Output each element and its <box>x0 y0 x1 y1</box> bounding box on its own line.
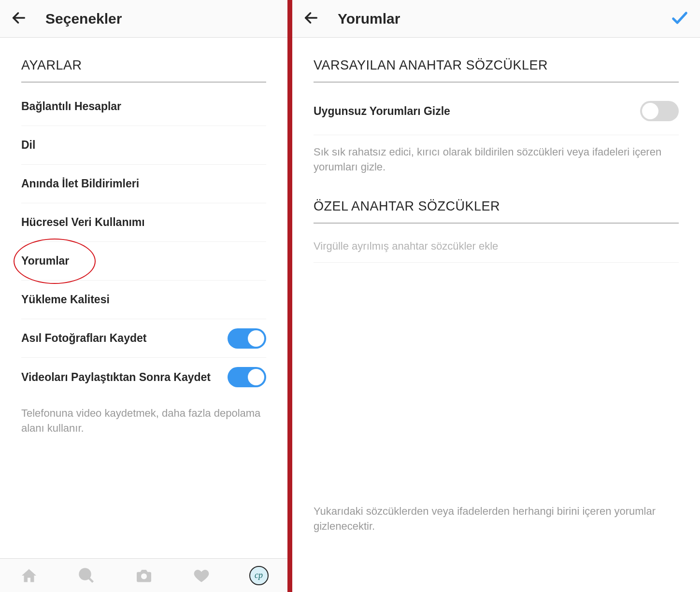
comments-screen: Yorumlar VARSAYILAN ANAHTAR SÖZCÜKLER Uy… <box>292 0 700 592</box>
item-save-videos-after-posting[interactable]: Videoları Paylaştıktan Sonra Kaydet <box>21 358 266 396</box>
item-label: Uygunsuz Yorumları Gizle <box>314 105 640 118</box>
toggle-hide-inappropriate[interactable] <box>640 101 679 121</box>
divider <box>314 223 679 224</box>
divider <box>314 82 679 83</box>
storage-description: Telefonuna video kaydetmek, daha fazla d… <box>21 406 266 436</box>
home-icon[interactable] <box>19 566 39 585</box>
comments-content: VARSAYILAN ANAHTAR SÖZCÜKLER Uygunsuz Yo… <box>292 38 700 592</box>
page-title: Seçenekler <box>45 11 122 27</box>
item-language[interactable]: Dil <box>21 126 266 165</box>
back-icon[interactable] <box>303 10 319 28</box>
item-cellular-data[interactable]: Hücresel Veri Kullanımı <box>21 203 266 242</box>
section-title-settings: AYARLAR <box>21 58 266 73</box>
item-save-original-photos[interactable]: Asıl Fotoğrafları Kaydet <box>21 319 266 358</box>
check-icon[interactable] <box>670 8 689 29</box>
section-title-default-keywords: VARSAYILAN ANAHTAR SÖZCÜKLER <box>314 58 679 73</box>
item-label: Asıl Fotoğrafları Kaydet <box>21 332 146 345</box>
profile-icon[interactable]: cp <box>249 566 269 585</box>
toggle-save-photos[interactable] <box>228 328 266 349</box>
back-icon[interactable] <box>11 10 27 28</box>
item-hide-inappropriate[interactable]: Uygunsuz Yorumları Gizle <box>314 87 679 135</box>
bottom-nav: cp <box>0 558 287 592</box>
item-label: Yükleme Kalitesi <box>21 293 110 306</box>
svg-point-1 <box>80 569 90 579</box>
item-linked-accounts[interactable]: Bağlantılı Hesaplar <box>21 87 266 126</box>
item-label: Videoları Paylaştıktan Sonra Kaydet <box>21 371 211 384</box>
item-label: Anında İlet Bildirimleri <box>21 177 139 190</box>
camera-icon[interactable] <box>134 566 154 585</box>
screen-divider <box>287 0 292 592</box>
page-title: Yorumlar <box>338 11 400 27</box>
item-push-notifications[interactable]: Anında İlet Bildirimleri <box>21 165 266 203</box>
item-label: Bağlantılı Hesaplar <box>21 100 121 113</box>
item-label: Hücresel Veri Kullanımı <box>21 216 145 229</box>
section-title-custom-keywords: ÖZEL ANAHTAR SÖZCÜKLER <box>314 199 679 214</box>
options-header: Seçenekler <box>0 0 287 38</box>
toggle-save-videos[interactable] <box>228 367 266 387</box>
divider <box>21 82 266 83</box>
comments-header: Yorumlar <box>292 0 700 38</box>
toggle-knob <box>248 369 264 385</box>
hide-description: Sık sık rahatsız edici, kırıcı olarak bi… <box>314 145 679 175</box>
keywords-input[interactable]: Virgülle ayrılmış anahtar sözcükler ekle <box>314 228 679 263</box>
toggle-knob <box>248 330 264 347</box>
heart-icon[interactable] <box>192 566 211 585</box>
toggle-knob <box>642 103 658 119</box>
bottom-description: Yukarıdaki sözcüklerden veya ifadelerden… <box>314 504 679 534</box>
search-icon[interactable] <box>77 566 96 585</box>
item-upload-quality[interactable]: Yükleme Kalitesi <box>21 281 266 319</box>
item-label: Dil <box>21 139 35 152</box>
svg-point-3 <box>141 573 147 579</box>
svg-line-2 <box>88 578 93 582</box>
item-label: Yorumlar <box>21 254 69 268</box>
item-comments[interactable]: Yorumlar <box>21 242 266 281</box>
options-content: AYARLAR Bağlantılı Hesaplar Dil Anında İ… <box>0 38 287 558</box>
options-screen: Seçenekler AYARLAR Bağlantılı Hesaplar D… <box>0 0 287 592</box>
avatar: cp <box>249 566 269 585</box>
